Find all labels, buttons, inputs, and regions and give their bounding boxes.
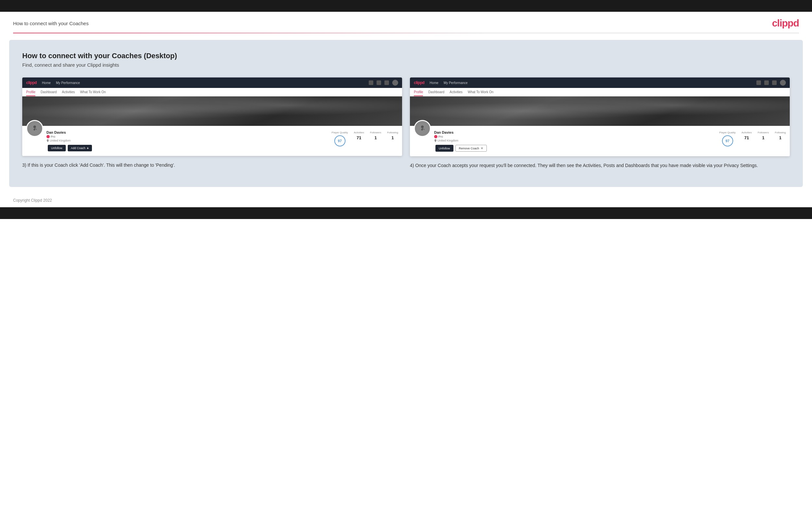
right-buttons: Unfollow Remove Coach ✕ [434,145,716,152]
right-location: United Kingdom [434,139,716,142]
left-description: 3) If this is your Coach click 'Add Coac… [22,162,402,169]
right-stats: Player Quality 97 Activities 71 Follower… [719,129,786,147]
right-remove-coach-icon: ✕ [480,147,483,150]
top-bar [0,0,812,12]
left-stats: Player Quality 97 Activities 71 Follower… [332,129,398,147]
svg-point-3 [421,125,424,128]
left-mock-tabs: Profile Dashboard Activities What To Wor… [22,88,402,97]
right-badge-label: Pro [439,135,443,138]
right-stat-activities: Activities 71 [741,131,752,140]
right-nav-right [756,80,786,86]
left-followers-value: 1 [370,135,381,140]
left-user-badge: Pro [46,135,328,138]
left-nav-right [369,80,398,86]
left-user-info: Dan Davies Pro United Kingdom [46,129,328,142]
left-stat-followers: Followers 1 [370,131,381,140]
right-location-text: United Kingdom [438,139,458,142]
left-tab-profile[interactable]: Profile [26,88,35,96]
left-nav-home: Home [42,81,51,84]
left-buttons: Unfollow Add Coach + [46,145,328,151]
right-mock-tabs: Profile Dashboard Activities What To Wor… [410,88,790,97]
right-description: 4) Once your Coach accepts your request … [410,162,790,169]
right-following-label: Following [775,131,786,134]
left-nav-performance: My Performance [56,81,80,84]
right-activities-value: 71 [741,135,752,140]
right-unfollow-button[interactable]: Unfollow [436,145,453,152]
right-user-icon [764,80,769,85]
right-stat-following: Following 1 [775,131,786,140]
left-add-coach-button[interactable]: Add Coach + [68,145,92,151]
right-followers-label: Followers [758,131,769,134]
left-following-label: Following [387,131,398,134]
right-activities-label: Activities [741,131,752,134]
left-add-coach-label: Add Coach [71,147,86,150]
right-tab-activities[interactable]: Activities [450,88,462,96]
right-stat-quality: Player Quality 97 [719,131,736,147]
right-stat-followers: Followers 1 [758,131,769,140]
left-profile-info: Dan Davies Pro United Kingdom Unfo [22,126,402,156]
left-stat-following: Following 1 [387,131,398,140]
left-avatar [26,120,43,137]
right-avatar-wrap [414,120,431,137]
svg-point-1 [33,125,36,128]
left-add-coach-icon: + [87,146,89,150]
right-cover-image [410,97,790,126]
logo: clippd [772,18,799,29]
right-mock-logo: clippd [414,80,424,85]
right-tab-dashboard[interactable]: Dashboard [428,88,444,96]
right-avatar-nav [780,80,786,86]
avatar-nav [392,80,398,86]
left-following-value: 1 [387,135,398,140]
right-remove-coach-button[interactable]: Remove Coach ✕ [455,145,487,152]
bell-icon [385,80,389,85]
right-avatar [414,120,431,137]
left-cover-image [22,97,402,126]
right-user-name: Dan Davies [434,130,716,134]
header-title: How to connect with your Coaches [13,20,89,26]
left-tab-activities[interactable]: Activities [62,88,74,96]
left-badge-label: Pro [51,135,55,138]
left-activities-value: 71 [354,135,364,140]
left-user-name: Dan Davies [46,130,328,134]
copyright: Copyright Clippd 2022 [13,198,52,203]
bottom-bar [0,207,812,219]
right-bell-icon [772,80,777,85]
left-stat-quality: Player Quality 97 [332,131,348,147]
left-location: United Kingdom [46,139,328,142]
left-unfollow-button[interactable]: Unfollow [48,145,66,151]
right-quality-circle: 97 [722,135,733,147]
left-avatar-wrap [26,120,43,137]
page-heading: How to connect with your Coaches (Deskto… [22,52,790,60]
screenshots-row: clippd Home My Performance Profile Dashb… [22,77,790,169]
right-mock-nav: clippd Home My Performance [410,77,790,88]
left-quality-circle: 97 [334,135,346,147]
left-mock-logo: clippd [26,80,37,85]
user-icon [376,80,381,85]
left-activities-label: Activities [354,131,364,134]
left-quality-label: Player Quality [332,131,348,134]
left-location-text: United Kingdom [50,139,71,142]
right-profile-info: Dan Davies Pro United Kingdom Unfo [410,126,790,156]
page-subheading: Find, connect and share your Clippd insi… [22,62,790,68]
right-quality-label: Player Quality [719,131,736,134]
right-nav-home: Home [429,81,439,84]
right-column: clippd Home My Performance Profile Dashb… [410,77,790,169]
left-tab-dashboard[interactable]: Dashboard [41,88,57,96]
left-stat-activities: Activities 71 [354,131,364,140]
search-icon [369,80,373,85]
right-badge-icon [434,135,438,138]
left-followers-label: Followers [370,131,381,134]
header-divider [13,33,799,33]
right-mock-browser: clippd Home My Performance Profile Dashb… [410,77,790,156]
right-user-info: Dan Davies Pro United Kingdom [434,129,716,142]
right-tab-what-to-work[interactable]: What To Work On [468,88,494,96]
left-cover-pattern [22,97,402,126]
left-mock-nav: clippd Home My Performance [22,77,402,88]
left-mock-browser: clippd Home My Performance Profile Dashb… [22,77,402,156]
right-tab-profile[interactable]: Profile [414,88,423,96]
left-tab-what-to-work[interactable]: What To Work On [80,88,106,96]
main-content: How to connect with your Coaches (Deskto… [9,40,803,187]
right-following-value: 1 [775,135,786,140]
right-nav-performance: My Performance [444,81,467,84]
right-search-icon [756,80,761,85]
